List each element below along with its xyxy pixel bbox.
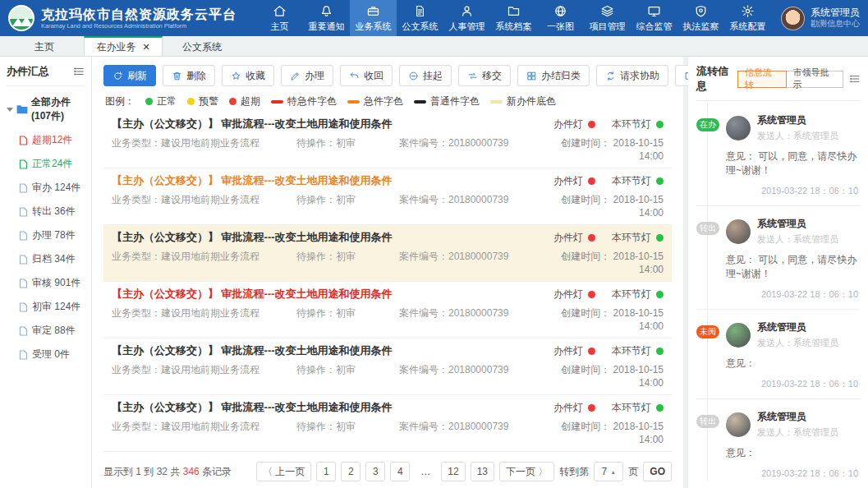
flow-opinion: 意见： 可以，同意，请尽快办理~谢谢！: [726, 253, 858, 281]
nav-item-home[interactable]: 主页: [256, 0, 303, 36]
classify-button[interactable]: 办结归类: [517, 65, 590, 86]
case-row[interactable]: 【主办（公文移交）】 审批流程---改变土地用途和使用条件 办件灯 本环节灯 业…: [103, 225, 672, 282]
nav-item-layers[interactable]: 项目管理: [584, 0, 631, 36]
app-subtitle: Karamay Land and Resources Administratio…: [41, 22, 221, 29]
nav-item-document[interactable]: 公文系统: [397, 0, 443, 36]
flow-item[interactable]: 转出 系统管理员 发送人：系统管理员 意见： 2019-03-22 18：06：…: [696, 399, 860, 481]
caret-down-icon: [7, 108, 13, 112]
undo-button[interactable]: 收回: [340, 65, 393, 86]
list-filter-icon[interactable]: [73, 66, 85, 77]
briefcase-icon: [366, 4, 380, 18]
nav-item-globe[interactable]: 一张图: [537, 0, 584, 36]
step-lamp-dot: [656, 234, 664, 242]
tree-root-all-cases[interactable]: 全部办件 (107件): [7, 95, 85, 123]
nav-item-label: 业务系统: [356, 21, 392, 33]
go-button[interactable]: GO: [643, 462, 672, 481]
legend-dash-swatch: [347, 100, 360, 104]
pagination-bar: 显示到 1 到 32 共 346 条记录 〈 上一页 1234…1213 下一页…: [103, 453, 672, 481]
page-number-button[interactable]: 13: [471, 462, 494, 481]
case-pending-operation: 待操作：初审: [296, 136, 399, 162]
flow-opinion: 意见： 可以，同意，请尽快办理~谢谢！: [726, 150, 858, 177]
flow-item[interactable]: 未阅 系统管理员 发送人：系统管理员 意见： 2019-03-22 18：06：…: [696, 310, 860, 399]
nav-item-monitor[interactable]: 综合监管: [631, 0, 677, 36]
tree-item[interactable]: 审定 88件: [19, 324, 85, 338]
case-title: 【主办（公文移交）】 审批流程---改变土地用途和使用条件: [112, 400, 393, 415]
workspace-tab-2[interactable]: 公文系统: [163, 36, 241, 56]
nav-item-folder[interactable]: 系统档案: [490, 0, 537, 36]
next-page-button[interactable]: 下一页 〉: [499, 462, 554, 481]
legend-dash-swatch: [490, 100, 503, 104]
nav-item-gear[interactable]: 系统配置: [724, 0, 771, 36]
button-label: 挂起: [423, 69, 443, 83]
home-icon: [273, 4, 287, 18]
flow-sender-name: 系统管理员: [757, 410, 838, 424]
case-list: 【主办（公文移交）】 审批流程---改变土地用途和使用条件 办件灯 本环节灯 业…: [103, 112, 672, 453]
tab-info-flow[interactable]: 信息流转: [737, 71, 787, 88]
nav-item-briefcase[interactable]: 业务系统: [350, 0, 397, 36]
star-button[interactable]: 收藏: [222, 65, 274, 86]
page-number-button[interactable]: 12: [441, 462, 465, 481]
nav-item-shield[interactable]: 执法监察: [677, 0, 724, 36]
page-number-button[interactable]: 2: [341, 462, 361, 481]
tab-leader-instructions[interactable]: 市领导批示: [786, 71, 843, 88]
list-filter-icon[interactable]: [849, 73, 860, 85]
case-row[interactable]: 【主办（公文移交）】 审批流程---改变土地用途和使用条件 办件灯 本环节灯 业…: [103, 395, 672, 452]
flow-item[interactable]: 在办 系统管理员 发送人：系统管理员 意见： 可以，同意，请尽快办理~谢谢！ 2…: [696, 103, 860, 206]
legend-item: 预警: [187, 94, 218, 108]
nav-item-label: 系统档案: [496, 21, 532, 33]
page-number-button[interactable]: 1: [316, 462, 336, 481]
case-lamp: 办件灯: [553, 117, 595, 131]
tree-item[interactable]: 审办 124件: [19, 181, 85, 195]
tree-item-label: 正常24件: [32, 157, 72, 171]
page-number-spinner[interactable]: 7▲: [594, 462, 623, 481]
workspace-tab-0[interactable]: 主页: [5, 36, 84, 56]
case-create-time: 创建时间： 2018-10-15 14:00: [551, 136, 664, 162]
undo-icon: [349, 71, 360, 81]
case-row[interactable]: 【主办（公文移交）】 审批流程---改变土地用途和使用条件 办件灯 本环节灯 业…: [103, 338, 672, 395]
refresh-button[interactable]: 刷新: [103, 65, 156, 86]
tree-item[interactable]: 归档 34件: [19, 252, 85, 266]
close-tab-icon[interactable]: ✕: [142, 42, 149, 53]
edit-button[interactable]: 办理: [281, 65, 333, 86]
pause-button[interactable]: 挂起: [399, 65, 452, 86]
tree-item[interactable]: 初审 124件: [19, 300, 85, 314]
nav-item-bell[interactable]: 重要通知: [303, 0, 350, 36]
case-tree: 超期12件 正常24件 审办 124件 转出 36件 办理 78件 归档 34件…: [7, 133, 85, 361]
button-label: 刷新: [127, 69, 147, 83]
spinner-up-icon[interactable]: ▲: [610, 469, 616, 475]
document-icon: [413, 4, 427, 18]
legend-item: 超期: [229, 94, 260, 108]
case-row[interactable]: 【主办（公文移交）】 审批流程---改变土地用途和使用条件 办件灯 本环节灯 业…: [103, 282, 672, 338]
tree-item[interactable]: 受理 0件: [19, 348, 85, 361]
tree-item[interactable]: 办理 78件: [19, 228, 85, 242]
case-number: 案件编号：20180000739: [399, 250, 551, 275]
legend-item: 急件字色: [347, 94, 403, 108]
case-row[interactable]: 【主办（公文移交）】 审批流程---改变土地用途和使用条件 办件灯 本环节灯 业…: [103, 112, 672, 168]
case-row[interactable]: 【主办（公文移交）】 审批流程---改变土地用途和使用条件 办件灯 本环节灯 业…: [103, 168, 672, 225]
prev-page-button[interactable]: 〈 上一页: [256, 462, 311, 481]
globe-icon: [553, 4, 567, 18]
nav-item-label: 重要通知: [309, 21, 345, 33]
transfer-button[interactable]: 移交: [458, 65, 511, 86]
tree-item[interactable]: 审核 901件: [19, 276, 85, 290]
flow-item[interactable]: 转出 系统管理员 发送人：系统管理员 意见： 可以，同意，请尽快办理~谢谢！ 2…: [696, 206, 860, 310]
assist-button[interactable]: 请求协助: [596, 65, 668, 86]
user-menu[interactable]: 系统管理员 勘测信息中心: [781, 7, 860, 30]
trash-button[interactable]: 删除: [163, 65, 215, 86]
button-label: 收回: [364, 69, 383, 83]
tree-item-label: 初审 124件: [32, 300, 80, 314]
nav-item-user[interactable]: 人事管理: [443, 0, 490, 36]
case-list-panel: 刷新删除收藏 办理收回挂起移交办结归类请求协助退件流程图 图例： 正常预警超期特…: [92, 57, 683, 488]
page-number-button[interactable]: 4: [390, 462, 410, 481]
layers-icon: [600, 4, 614, 18]
page-number-button[interactable]: 3: [365, 462, 385, 481]
step-lamp: 本环节灯: [612, 344, 664, 358]
tree-item[interactable]: 超期12件: [19, 133, 85, 147]
tree-item-label: 审定 88件: [32, 324, 76, 338]
tree-item[interactable]: 转出 36件: [19, 205, 85, 219]
tree-item[interactable]: 正常24件: [19, 157, 85, 171]
tree-item-label: 审核 901件: [32, 276, 80, 290]
workspace-tab-1[interactable]: 在办业务✕: [84, 36, 163, 56]
case-number: 案件编号：20180000739: [399, 193, 551, 219]
step-lamp-dot: [656, 177, 664, 185]
